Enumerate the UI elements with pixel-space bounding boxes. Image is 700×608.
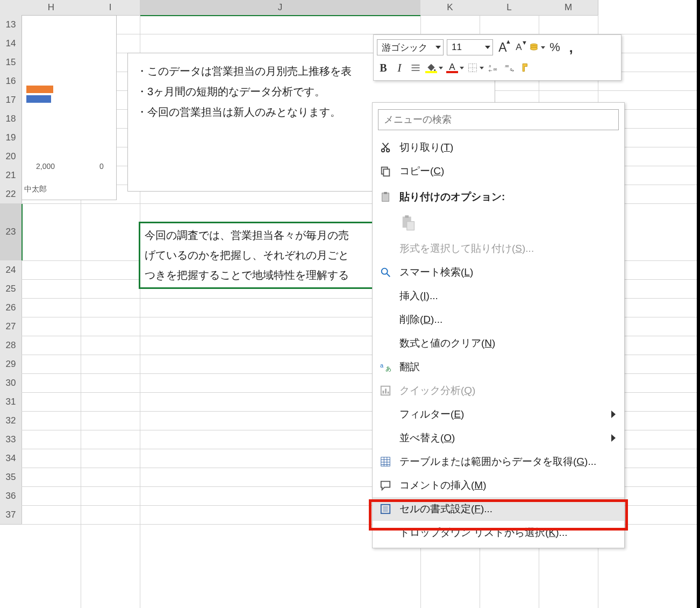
column-header[interactable]: I — [81, 0, 140, 16]
row-header[interactable]: 22 — [0, 185, 22, 204]
menu-item-cut[interactable]: 切り取り(T) — [373, 136, 624, 159]
increase-decimal-icon: .0.00 — [488, 62, 499, 73]
menu-search-container — [378, 109, 619, 130]
menu-item-insert-comment[interactable]: コメントの挿入(M) — [373, 473, 624, 497]
row-header[interactable]: 28 — [0, 336, 22, 355]
row-header[interactable]: 23 — [0, 203, 23, 261]
decrease-font-size-button[interactable]: A▼ — [512, 40, 525, 55]
submenu-arrow-icon — [611, 434, 616, 442]
decrease-decimal-button[interactable]: .00.0 — [503, 60, 516, 75]
chart-fragment[interactable]: 2,000 0 中太郎 — [22, 15, 117, 200]
align-button[interactable] — [409, 60, 422, 75]
menu-item-get-data[interactable]: テーブルまたは範囲からデータを取得(G)... — [373, 450, 624, 473]
italic-button[interactable]: I — [393, 60, 406, 75]
font-size-select[interactable]: 11 — [447, 39, 493, 55]
svg-rect-15 — [405, 215, 409, 218]
menu-item-copy[interactable]: コピー(C) — [373, 159, 624, 183]
row-header[interactable]: 33 — [0, 430, 22, 449]
column-header[interactable]: L — [480, 0, 539, 16]
row-header[interactable]: 34 — [0, 449, 22, 468]
row-header[interactable]: 31 — [0, 392, 22, 412]
font-color-button[interactable]: A — [446, 60, 464, 75]
row-header[interactable]: 14 — [0, 34, 22, 53]
svg-text:a: a — [380, 362, 384, 369]
menu-search-input[interactable] — [378, 109, 619, 130]
row-header[interactable]: 37 — [0, 505, 22, 525]
column-header[interactable]: H — [22, 0, 81, 16]
menu-label: コピー(C) — [399, 164, 444, 178]
clipboard-icon — [379, 191, 392, 203]
percent-format-button[interactable]: % — [548, 40, 561, 55]
menu-label: フィルター(E) — [399, 407, 464, 421]
translate-icon: aあ — [379, 361, 392, 373]
fill-color-button[interactable] — [425, 60, 443, 75]
row-header[interactable]: 36 — [0, 486, 22, 506]
row-header[interactable]: 18 — [0, 109, 22, 129]
row-header[interactable]: 19 — [0, 128, 22, 147]
increase-font-size-button[interactable]: A▲ — [496, 40, 509, 55]
accounting-format-button[interactable] — [528, 40, 545, 55]
row-header[interactable]: 15 — [0, 53, 22, 72]
menu-label: スマート検索(L) — [399, 265, 473, 279]
menu-label: テーブルまたは範囲からデータを取得(G)... — [399, 455, 596, 469]
borders-icon — [467, 62, 478, 73]
paste-options-row — [373, 211, 624, 237]
row-header[interactable]: 24 — [0, 260, 22, 280]
bold-button[interactable]: B — [377, 60, 390, 75]
font-name-select[interactable]: 游ゴシック — [377, 39, 444, 55]
copy-icon — [379, 165, 392, 177]
search-icon — [379, 266, 392, 278]
increase-decimal-button[interactable]: .0.00 — [487, 60, 500, 75]
svg-rect-11 — [383, 169, 389, 176]
paintbrush-icon — [520, 62, 531, 73]
row-header[interactable]: 25 — [0, 279, 22, 299]
menu-label: 切り取り(T) — [399, 140, 453, 154]
format-painter-button[interactable] — [519, 60, 532, 75]
column-header[interactable]: M — [539, 0, 598, 16]
menu-item-sort[interactable]: 並べ替え(O) — [373, 426, 624, 450]
comma-format-button[interactable]: , — [565, 40, 577, 55]
svg-point-9 — [387, 149, 390, 152]
paste-options-label: 貼り付けのオプション: — [373, 183, 624, 211]
row-header[interactable]: 30 — [0, 373, 22, 393]
row-header[interactable]: 29 — [0, 355, 22, 374]
svg-text:.00: .00 — [504, 65, 509, 68]
row-header[interactable]: 21 — [0, 166, 22, 185]
row-header[interactable]: 32 — [0, 411, 22, 430]
column-header[interactable]: J — [140, 0, 421, 16]
row-header[interactable]: 20 — [0, 147, 22, 166]
row-header[interactable]: 16 — [0, 72, 22, 91]
menu-label: 並べ替え(O) — [399, 431, 455, 445]
menu-item-translate[interactable]: aあ 翻訳 — [373, 355, 624, 379]
scissors-icon — [379, 142, 392, 153]
menu-label: 削除(D)... — [399, 313, 442, 327]
row-header[interactable]: 26 — [0, 298, 22, 317]
menu-item-dropdown-list[interactable]: ドロップダウン リストから選択(K)... — [373, 521, 624, 545]
svg-rect-16 — [407, 222, 415, 230]
menu-item-insert[interactable]: 挿入(I)... — [373, 284, 624, 308]
svg-point-2 — [530, 47, 537, 50]
context-menu: 切り取り(T) コピー(C) 貼り付けのオプション: 形式を選択して貼り付け(S… — [372, 102, 625, 548]
decrease-decimal-icon: .00.0 — [504, 62, 515, 73]
row-header[interactable]: 17 — [0, 90, 22, 110]
font-name-value: 游ゴシック — [382, 41, 427, 54]
menu-item-smart-lookup[interactable]: スマート検索(L) — [373, 260, 624, 284]
menu-item-quick-analysis: クイック分析(Q) — [373, 379, 624, 402]
borders-button[interactable] — [467, 60, 484, 75]
menu-label: 挿入(I)... — [399, 289, 438, 303]
menu-item-clear-contents[interactable]: 数式と値のクリア(N) — [373, 331, 624, 355]
select-all-corner[interactable] — [0, 0, 22, 16]
menu-item-delete[interactable]: 削除(D)... — [373, 308, 624, 331]
menu-item-format-cells[interactable]: セルの書式設定(F)... — [373, 497, 624, 521]
column-header[interactable]: K — [420, 0, 480, 16]
font-size-value: 11 — [452, 42, 462, 53]
menu-label: セルの書式設定(F)... — [399, 502, 492, 516]
svg-point-17 — [382, 268, 388, 274]
chart-series-label: 中太郎 — [24, 185, 47, 194]
menu-item-filter[interactable]: フィルター(E) — [373, 402, 624, 426]
row-header[interactable]: 27 — [0, 317, 22, 336]
row-header[interactable]: 35 — [0, 468, 22, 487]
svg-point-8 — [382, 149, 385, 152]
chart-axis-label: 2,000 — [36, 162, 55, 171]
row-header[interactable]: 13 — [0, 15, 22, 34]
